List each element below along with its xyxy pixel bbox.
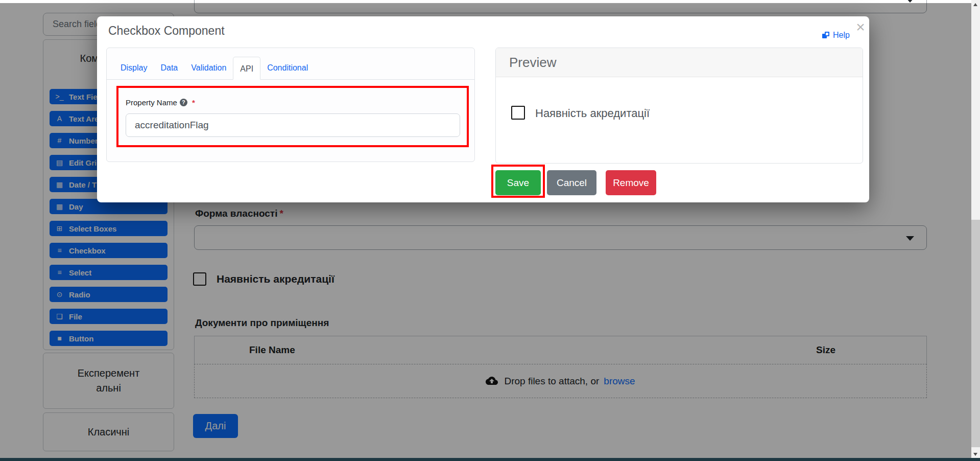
help-link[interactable]: Help	[822, 31, 850, 40]
property-name-label: Property Name ? *	[126, 98, 195, 107]
tab-data[interactable]: Data	[154, 56, 184, 79]
help-windows-icon	[822, 32, 830, 39]
tab-validation[interactable]: Validation	[184, 56, 233, 79]
caret-down-icon	[906, 0, 914, 3]
close-icon[interactable]: ×	[853, 18, 868, 36]
scrollbar-thumb[interactable]	[971, 220, 980, 447]
screen: Компоненти >_ Text Field A Text Area # N…	[0, 0, 980, 461]
preview-panel: Preview Наявність акредитації	[495, 48, 863, 164]
preview-checkbox-label: Наявність акредитації	[535, 107, 650, 120]
tab-display[interactable]: Display	[114, 56, 154, 79]
cancel-button[interactable]: Cancel	[547, 170, 596, 195]
preview-title: Preview	[496, 48, 863, 77]
remove-button[interactable]: Remove	[606, 170, 656, 195]
scrollbar[interactable]	[971, 0, 980, 461]
settings-tabs: Display Data Validation API Conditional	[107, 48, 474, 80]
question-circle-icon: ?	[180, 99, 187, 106]
component-settings-card: Display Data Validation API Conditional …	[106, 48, 475, 162]
property-name-input[interactable]	[126, 113, 460, 137]
save-button[interactable]: Save	[495, 170, 541, 195]
footer-bar	[0, 458, 980, 461]
help-label: Help	[833, 31, 850, 40]
tab-conditional[interactable]: Conditional	[260, 56, 315, 79]
scroll-up-icon[interactable]	[973, 3, 977, 6]
modal-title: Checkbox Component	[108, 24, 225, 38]
preview-checkbox[interactable]	[511, 106, 525, 120]
scroll-down-icon[interactable]	[973, 453, 977, 456]
tab-api[interactable]: API	[233, 57, 260, 80]
checkbox-component-modal: Checkbox Component Help × Display Data V…	[97, 16, 869, 202]
